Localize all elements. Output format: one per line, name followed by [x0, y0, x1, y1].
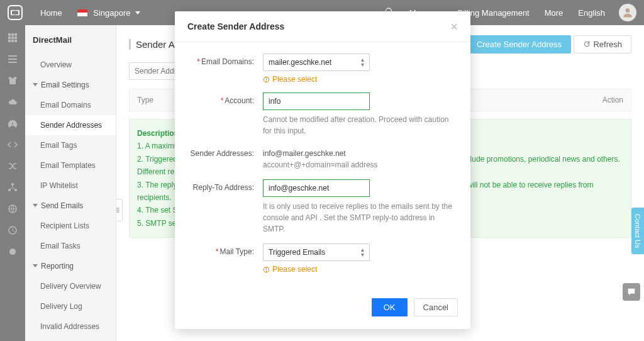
svg-point-26: [266, 81, 267, 81]
svg-point-29: [266, 271, 267, 271]
close-icon[interactable]: ×: [450, 20, 458, 33]
sender-address-value: info@mailer.geschke.net: [263, 145, 458, 158]
account-hint: Cannot be modified after creation. Proce…: [263, 114, 458, 137]
create-sender-address-modal: Create Sender Address × *Email Domains: …: [175, 11, 470, 329]
label-mail-type: *Mail Type:: [187, 243, 263, 274]
warning-icon: [263, 76, 270, 83]
cancel-button[interactable]: Cancel: [414, 298, 458, 316]
mail-type-value: Triggered Emails: [269, 248, 325, 257]
mail-type-select[interactable]: Triggered Emails ▴▾: [263, 243, 370, 261]
label-email-domains: *Email Domains:: [187, 53, 263, 84]
warning-icon: [263, 266, 270, 273]
email-domains-value: mailer.geschke.net: [269, 58, 331, 67]
sender-address-formula: account+@+domain=mail address: [263, 159, 458, 170]
reply-to-input[interactable]: [263, 179, 370, 197]
label-sender-addresses: Sender Addresses:: [187, 145, 263, 170]
label-account: *Account:: [187, 92, 263, 137]
modal-overlay: Create Sender Address × *Email Domains: …: [0, 0, 644, 341]
mail-type-warning: Please select: [263, 265, 458, 274]
select-arrows-icon: ▴▾: [361, 57, 364, 67]
email-domains-select[interactable]: mailer.geschke.net ▴▾: [263, 53, 370, 71]
select-arrows-icon: ▴▾: [361, 247, 364, 257]
reply-to-hint: It is only used to receive replies to th…: [263, 201, 458, 235]
label-reply-to: Reply-To Address:: [187, 179, 263, 235]
ok-button[interactable]: OK: [372, 298, 408, 316]
modal-title: Create Sender Address: [187, 21, 284, 31]
email-domains-warning: Please select: [263, 75, 458, 84]
account-input[interactable]: [263, 92, 370, 110]
